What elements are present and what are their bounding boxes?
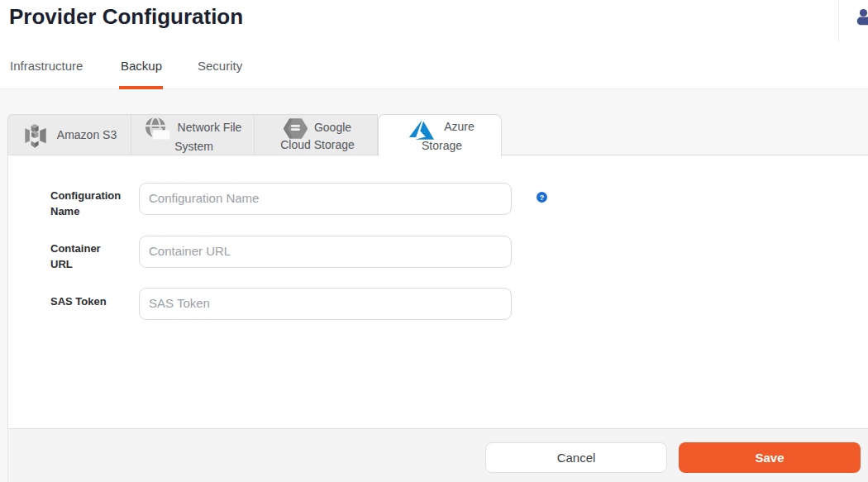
- svg-text:?: ?: [540, 193, 545, 202]
